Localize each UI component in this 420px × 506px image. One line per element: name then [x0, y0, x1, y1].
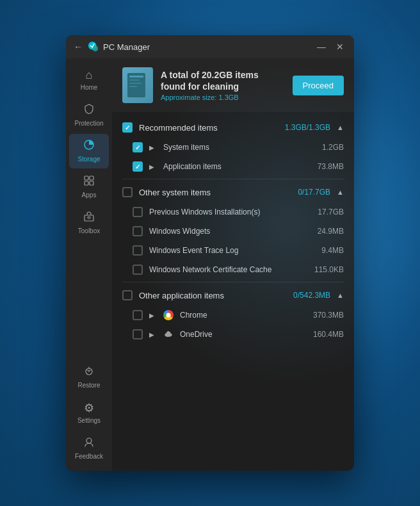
windows-widgets-checkbox[interactable]: [133, 226, 143, 236]
window-controls: — ✕: [314, 40, 346, 53]
recommended-size: 1.3GB/1.3GB: [285, 123, 330, 132]
chrome-size: 370.3MB: [313, 311, 344, 320]
other-system-section-header[interactable]: Other system items 0/17.7GB ▲: [112, 182, 354, 202]
other-system-chevron-icon: ▲: [337, 188, 344, 196]
other-app-checkbox[interactable]: [122, 290, 133, 300]
system-items-label: System items: [163, 143, 316, 152]
items-list: Recommended items 1.3GB/1.3GB ▲ ▶ System…: [112, 112, 354, 471]
application-items-label: Application items: [163, 162, 311, 171]
other-app-chevron-icon: ▲: [337, 291, 344, 299]
svg-rect-15: [129, 86, 137, 87]
home-icon: ⌂: [86, 69, 93, 82]
windows-widgets-size: 24.9MB: [318, 227, 344, 236]
system-items-expand-icon[interactable]: ▶: [149, 144, 157, 151]
event-trace-row[interactable]: Windows Event Trace Log 9.4MB: [112, 241, 354, 260]
sidebar-label-protection: Protection: [74, 120, 103, 127]
onedrive-expand-icon[interactable]: ▶: [149, 331, 157, 338]
scan-illustration: [122, 67, 153, 103]
svg-rect-3: [85, 176, 88, 180]
minimize-button[interactable]: —: [314, 40, 328, 53]
scan-subtitle: Approximate size: 1.3GB: [161, 94, 285, 101]
windows-widgets-label: Windows Widgets: [149, 227, 311, 236]
svg-rect-14: [129, 83, 141, 84]
network-cert-label: Windows Network Certificate Cache: [149, 265, 308, 274]
window-title: PC Manager: [103, 42, 314, 52]
app-icon: [88, 41, 99, 53]
other-app-size: 0/542.3MB: [293, 291, 330, 300]
toolbox-icon: [83, 211, 95, 225]
chrome-label: Chrome: [180, 311, 307, 320]
network-cert-row[interactable]: Windows Network Certificate Cache 115.0K…: [112, 260, 354, 279]
recommended-section-header[interactable]: Recommended items 1.3GB/1.3GB ▲: [112, 117, 354, 138]
sidebar-item-feedback[interactable]: Feedback: [69, 431, 109, 466]
onedrive-row[interactable]: ▶ OneDrive 160.4MB: [112, 325, 354, 344]
sidebar-label-apps: Apps: [82, 192, 97, 199]
sidebar-item-home[interactable]: ⌂ Home: [69, 63, 109, 97]
svg-rect-8: [88, 217, 90, 219]
sidebar-item-storage[interactable]: Storage: [69, 134, 109, 168]
sidebar-item-restore[interactable]: Restore: [69, 360, 109, 395]
event-trace-label: Windows Event Trace Log: [149, 246, 315, 255]
event-trace-size: 9.4MB: [321, 246, 344, 255]
sidebar-label-settings: Settings: [77, 417, 101, 425]
chrome-row[interactable]: ▶ Chrome 370.3MB: [112, 306, 354, 325]
svg-point-10: [86, 438, 92, 443]
sidebar-label-restore: Restore: [77, 382, 100, 389]
sidebar-label-home: Home: [81, 84, 98, 92]
sidebar-label-toolbox: Toolbox: [78, 227, 100, 235]
onedrive-checkbox[interactable]: [133, 329, 143, 339]
recommended-title: Recommended items: [139, 123, 279, 133]
back-button[interactable]: ←: [74, 42, 83, 52]
application-items-checkbox[interactable]: [133, 161, 143, 172]
sidebar: ⌂ Home Protection Storage: [66, 58, 112, 471]
apps-icon: [83, 175, 95, 190]
gear-icon: ⚙: [84, 401, 94, 415]
close-button[interactable]: ✕: [334, 40, 346, 53]
proceed-button[interactable]: Proceed: [293, 76, 344, 95]
application-items-size: 73.8MB: [318, 162, 344, 171]
svg-rect-13: [129, 79, 140, 81]
shield-icon: [83, 103, 95, 118]
divider-1: [122, 179, 344, 179]
prev-windows-row[interactable]: Previous Windows Installation(s) 17.7GB: [112, 202, 354, 222]
recommended-chevron-icon: ▲: [337, 124, 344, 131]
storage-icon: [83, 139, 95, 154]
application-items-row[interactable]: ▶ Application items 73.8MB: [112, 157, 354, 176]
sidebar-item-toolbox[interactable]: Toolbox: [69, 206, 109, 240]
sidebar-label-storage: Storage: [77, 156, 100, 163]
system-items-row[interactable]: ▶ System items 1.2GB: [112, 138, 354, 157]
sidebar-item-apps[interactable]: Apps: [69, 170, 109, 204]
titlebar: ← PC Manager — ✕: [66, 35, 354, 58]
prev-windows-size: 17.7GB: [318, 208, 344, 216]
onedrive-size: 160.4MB: [313, 330, 344, 339]
network-cert-checkbox[interactable]: [133, 265, 143, 275]
chrome-expand-icon[interactable]: ▶: [149, 312, 157, 319]
other-app-section-header[interactable]: Other application items 0/542.3MB ▲: [112, 285, 354, 306]
restore-icon: [83, 365, 95, 380]
prev-windows-label: Previous Windows Installation(s): [149, 208, 311, 216]
application-items-expand-icon[interactable]: ▶: [149, 163, 157, 170]
chrome-checkbox[interactable]: [133, 310, 143, 320]
event-trace-checkbox[interactable]: [133, 245, 143, 256]
scan-header: A total of 20.2GB items found for cleani…: [112, 58, 354, 112]
windows-widgets-row[interactable]: Windows Widgets 24.9MB: [112, 222, 354, 241]
sidebar-label-feedback: Feedback: [75, 453, 103, 461]
other-app-title: Other application items: [139, 291, 287, 300]
recommended-checkbox[interactable]: [122, 122, 133, 133]
chrome-icon: [163, 310, 174, 320]
divider-2: [122, 282, 344, 282]
network-cert-size: 115.0KB: [314, 265, 344, 274]
svg-rect-12: [129, 76, 143, 78]
onedrive-label: OneDrive: [180, 330, 307, 339]
other-system-checkbox[interactable]: [122, 187, 133, 197]
system-items-size: 1.2GB: [322, 143, 344, 152]
sidebar-item-protection[interactable]: Protection: [69, 98, 109, 133]
svg-rect-5: [85, 181, 88, 185]
sidebar-item-settings[interactable]: ⚙ Settings: [69, 396, 109, 430]
system-items-checkbox[interactable]: [133, 142, 143, 152]
svg-rect-6: [90, 181, 93, 185]
svg-rect-4: [90, 176, 93, 180]
scan-title: A total of 20.2GB items found for cleani…: [161, 69, 285, 92]
content-area: A total of 20.2GB items found for cleani…: [112, 58, 354, 471]
prev-windows-checkbox[interactable]: [133, 207, 143, 217]
